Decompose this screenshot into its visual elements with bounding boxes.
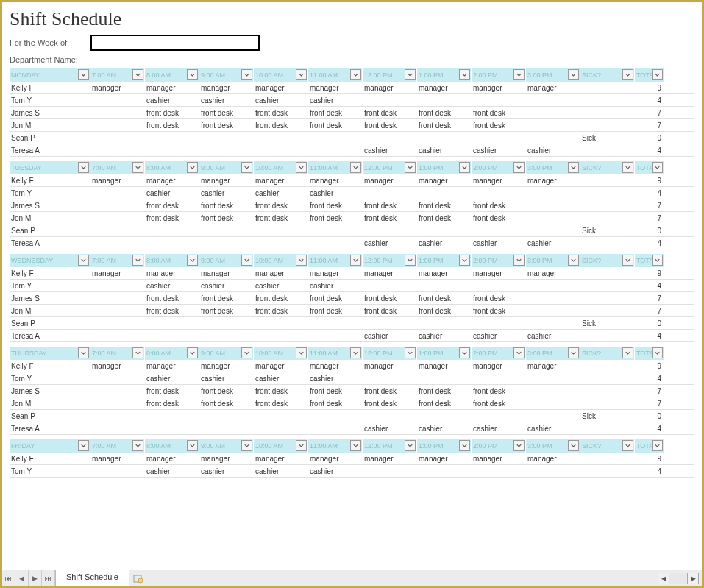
shift-cell[interactable] [580, 82, 635, 93]
employee-name-cell[interactable]: James S [10, 199, 90, 211]
shift-cell[interactable] [417, 280, 472, 291]
shift-cell[interactable]: manager [145, 267, 199, 279]
shift-cell[interactable] [580, 372, 635, 384]
shift-cell[interactable]: front desk [472, 305, 526, 316]
shift-cell[interactable]: cashier [472, 144, 526, 156]
shift-cell[interactable]: front desk [417, 397, 472, 409]
employee-name-cell[interactable]: Sean P [10, 410, 90, 422]
shift-cell[interactable] [308, 422, 363, 434]
total-header[interactable]: TOTAL [635, 439, 664, 453]
shift-cell[interactable]: front desk [363, 385, 417, 397]
filter-dropdown-icon[interactable] [568, 347, 579, 358]
shift-cell[interactable]: manager [254, 360, 308, 372]
employee-name-cell[interactable]: Tom Y [10, 465, 90, 477]
filter-dropdown-icon[interactable] [513, 69, 525, 80]
shift-cell[interactable] [308, 224, 363, 236]
add-sheet-button[interactable] [129, 570, 147, 586]
shift-cell[interactable]: cashier [145, 280, 199, 291]
shift-cell[interactable] [90, 422, 145, 434]
total-cell[interactable]: 9 [635, 360, 664, 372]
time-header[interactable]: 10:00 AM [254, 439, 308, 453]
shift-cell[interactable] [145, 410, 199, 422]
shift-cell[interactable] [417, 224, 472, 236]
filter-dropdown-icon[interactable] [241, 162, 252, 173]
shift-cell[interactable] [363, 132, 417, 144]
shift-cell[interactable]: front desk [308, 107, 363, 118]
shift-cell[interactable]: front desk [199, 292, 254, 304]
employee-name-cell[interactable]: Tom Y [10, 372, 90, 384]
filter-dropdown-icon[interactable] [187, 69, 198, 80]
filter-dropdown-icon[interactable] [132, 255, 143, 266]
shift-cell[interactable]: cashier [254, 187, 308, 199]
shift-cell[interactable] [308, 410, 363, 422]
shift-cell[interactable] [363, 94, 417, 106]
shift-cell[interactable]: cashier [308, 465, 363, 477]
shift-cell[interactable] [199, 237, 254, 249]
shift-cell[interactable]: manager [472, 267, 526, 279]
shift-cell[interactable] [580, 465, 635, 477]
shift-cell[interactable] [363, 280, 417, 291]
shift-cell[interactable]: front desk [417, 199, 472, 211]
shift-cell[interactable]: cashier [363, 422, 417, 434]
shift-cell[interactable] [580, 119, 635, 131]
shift-cell[interactable]: cashier [472, 330, 526, 341]
filter-dropdown-icon[interactable] [405, 347, 416, 358]
shift-cell[interactable] [90, 372, 145, 384]
shift-cell[interactable]: front desk [417, 119, 472, 131]
filter-dropdown-icon[interactable] [405, 440, 416, 451]
employee-name-cell[interactable]: James S [10, 292, 90, 304]
shift-cell[interactable]: cashier [417, 422, 472, 434]
filter-dropdown-icon[interactable] [652, 347, 663, 358]
hscroll-right[interactable]: ▶ [687, 573, 699, 584]
total-cell[interactable]: 7 [635, 107, 664, 118]
shift-cell[interactable]: front desk [363, 199, 417, 211]
shift-cell[interactable] [363, 224, 417, 236]
shift-cell[interactable] [199, 410, 254, 422]
filter-dropdown-icon[interactable] [78, 69, 89, 80]
shift-cell[interactable] [90, 317, 145, 329]
total-cell[interactable]: 7 [635, 385, 664, 397]
shift-cell[interactable]: manager [199, 453, 254, 464]
shift-cell[interactable] [90, 199, 145, 211]
shift-cell[interactable]: front desk [254, 107, 308, 118]
shift-cell[interactable]: front desk [472, 199, 526, 211]
day-header[interactable]: MONDAY [10, 68, 90, 82]
shift-cell[interactable]: manager [472, 453, 526, 464]
filter-dropdown-icon[interactable] [132, 162, 143, 173]
time-header[interactable]: 1:00 PM [417, 254, 472, 267]
shift-cell[interactable]: cashier [145, 187, 199, 199]
shift-cell[interactable]: front desk [145, 397, 199, 409]
shift-cell[interactable]: front desk [199, 107, 254, 118]
filter-dropdown-icon[interactable] [296, 440, 307, 451]
employee-name-cell[interactable]: Jon M [10, 397, 90, 409]
total-cell[interactable]: 9 [635, 82, 664, 93]
shift-cell[interactable] [472, 224, 526, 236]
tab-nav-first[interactable]: ⏮ [2, 570, 15, 586]
shift-cell[interactable] [472, 465, 526, 477]
filter-dropdown-icon[interactable] [78, 162, 89, 173]
shift-cell[interactable]: front desk [363, 305, 417, 316]
total-cell[interactable]: 0 [635, 132, 664, 144]
shift-cell[interactable]: front desk [199, 212, 254, 224]
shift-cell[interactable] [199, 422, 254, 434]
time-header[interactable]: 8:00 AM [145, 161, 199, 174]
total-cell[interactable]: 0 [635, 224, 664, 236]
shift-cell[interactable] [472, 132, 526, 144]
shift-cell[interactable] [472, 187, 526, 199]
shift-cell[interactable]: Sick [580, 224, 635, 236]
shift-cell[interactable] [90, 119, 145, 131]
filter-dropdown-icon[interactable] [78, 347, 89, 358]
time-header[interactable]: 11:00 AM [308, 439, 363, 453]
shift-cell[interactable]: front desk [145, 107, 199, 118]
time-header[interactable]: 3:00 PM [526, 347, 580, 360]
shift-cell[interactable] [580, 94, 635, 106]
shift-cell[interactable] [363, 465, 417, 477]
shift-cell[interactable] [580, 199, 635, 211]
shift-cell[interactable]: manager [90, 267, 145, 279]
tab-nav-prev[interactable]: ◀ [15, 570, 29, 586]
time-header[interactable]: 2:00 PM [472, 254, 526, 267]
shift-cell[interactable] [580, 174, 635, 186]
shift-cell[interactable] [363, 372, 417, 384]
day-header[interactable]: FRIDAY [10, 439, 90, 453]
total-cell[interactable]: 0 [635, 317, 664, 329]
